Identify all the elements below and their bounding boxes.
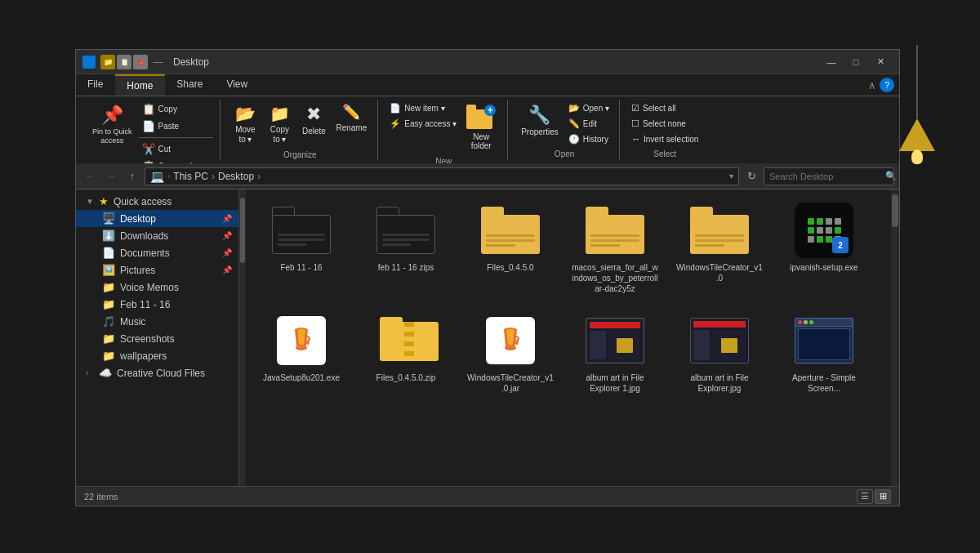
file-item-feb11-16-zips[interactable]: feb 11 - 16 zips [357,196,455,300]
copy-to-button[interactable]: 📁 Copyto ▾ [263,101,296,147]
pin-to-quick-access-button[interactable]: 📌 Pin to Quickaccess [87,101,137,149]
windows-tile-icon [687,202,752,259]
select-all-button[interactable]: ☑ Select all [628,101,702,115]
documents-pin: 📌 [222,248,232,257]
dropdown-arrow[interactable]: ▾ [729,172,733,181]
select-items: ☑ Select all ☐ Select none ↔ Invert sele… [628,101,702,146]
lamp-bulb [911,149,923,164]
jar-icon [478,312,543,369]
pin-icon: 📌 [101,105,123,126]
main-area: ▼ ★ Quick access 🖥️ Desktop 📌 ⬇️ Downloa… [76,190,899,486]
file-item-macos-sierra[interactable]: macos_sierra_for_all_windows_os_by_peter… [566,196,664,300]
sidebar-item-documents[interactable]: 📄 Documents 📌 [76,244,238,261]
sidebar-item-screenshots[interactable]: 📁 Screenshots [76,330,238,347]
desktop-crumb[interactable]: Desktop [218,171,254,182]
refresh-button[interactable]: ↻ [742,167,760,185]
tab-2[interactable]: 📋 [117,55,131,69]
sidebar-item-creative-cloud[interactable]: › ☁️ Creative Cloud Files [76,364,238,381]
cc-label: Creative Cloud Files [117,368,205,379]
ribbon-tabs: File Home Share View ∧ ? [76,74,899,96]
close-button[interactable]: ✕ [868,50,893,74]
downloads-pin: 📌 [222,231,232,240]
normal-folder-icon [481,207,540,254]
this-pc-crumb[interactable]: This PC [173,171,208,182]
sidebar-item-feb[interactable]: 📁 Feb 11 - 16 [76,296,238,313]
file-item-files-zip[interactable]: Files_0.4.5.0.zip [357,306,455,399]
tab-file[interactable]: File [76,74,115,96]
history-button[interactable]: 🕐 History [565,132,612,146]
tab-home[interactable]: Home [115,74,165,96]
up-button[interactable]: ↑ [123,167,141,185]
file-item-windows-tile-jar[interactable]: WindowsTileCreator_v1.0.jar [461,306,559,399]
new-item-button[interactable]: 📄 New item ▾ [386,101,460,115]
delete-button[interactable]: ✖ Delete [297,101,330,139]
sidebar-item-music[interactable]: 🎵 Music [76,313,238,330]
file-item-windows-tile[interactable]: WindowsTileCreator_v1.0 [670,196,768,300]
properties-button[interactable]: 🔧 Properties [516,101,564,140]
rename-button[interactable]: ✏️ Rename [332,101,371,136]
select-small-items: ☑ Select all ☐ Select none ↔ Invert sele… [628,101,702,145]
paste-button[interactable]: 📄 Paste [139,118,214,134]
select-none-button[interactable]: ☐ Select none [628,117,702,131]
ribbon-collapse-button[interactable]: ∧ [868,79,876,91]
copy-button[interactable]: 📋 Copy [139,101,214,117]
large-icons-view-button[interactable]: ⊞ [875,489,891,504]
tab-1[interactable]: 📁 [100,55,115,69]
back-button[interactable]: ← [81,167,99,185]
screenshots-icon: 📁 [102,332,115,345]
move-to-button[interactable]: 📂 Moveto ▾ [229,101,261,147]
java-app-icon [277,316,326,365]
minimize-button[interactable]: — [819,50,844,74]
files-0450-icon [478,202,543,259]
file-item-feb11-16[interactable]: Feb 11 - 16 [252,196,350,300]
lamp-decoration [899,45,935,164]
help-button[interactable]: ? [880,78,894,92]
album-art-2-label: album art in File Explorer.jpg [676,372,763,394]
paste-icon: 📄 [142,120,155,132]
invert-selection-button[interactable]: ↔ Invert selection [628,132,702,145]
normal-folder-2-icon [586,207,644,254]
file-item-album-art-1[interactable]: album art in File Explorer 1.jpg [566,306,664,399]
file-item-ipvanish[interactable]: 2 ipvanish-setup.exe [775,196,873,300]
cut-button[interactable]: ✂️ Cut [139,141,214,157]
new-folder-button[interactable]: + Newfolder [461,101,501,154]
tab-share[interactable]: Share [165,74,215,96]
file-item-files-0450[interactable]: Files_0.4.5.0 [461,196,559,300]
file-area: Feb 11 - 16 [246,190,891,486]
maximize-button[interactable]: □ [844,50,868,74]
quick-access-header[interactable]: ▼ ★ Quick access [76,193,238,210]
file-grid: Feb 11 - 16 [252,196,884,399]
cc-icon: ☁️ [99,367,112,379]
sidebar-item-downloads[interactable]: ⬇️ Downloads 📌 [76,227,238,244]
sidebar-scrollbar[interactable] [239,190,246,486]
forward-button[interactable]: → [102,167,120,185]
file-item-album-art-2[interactable]: album art in File Explorer.jpg [670,306,768,399]
feb-icon: 📁 [102,298,115,310]
organize-group: 📂 Moveto ▾ 📁 Copyto ▾ ✖ Delete ✏️ Rename [222,100,378,160]
open-button[interactable]: 📂 Open ▾ [565,101,612,115]
titlebar-controls: — □ ✕ [819,50,893,74]
easy-access-button[interactable]: ⚡ Easy access ▾ [386,117,460,131]
file-item-java[interactable]: JavaSetup8u201.exe [252,306,350,399]
new-item-icon: 📄 [390,103,401,114]
sidebar-item-voice-memos[interactable]: 📁 Voice Memos [76,279,238,296]
tab-3[interactable]: 🔖 [133,55,148,69]
feb11-16-label: Feb 11 - 16 [280,262,322,273]
details-view-button[interactable]: ☰ [857,489,873,504]
sidebar-item-wallpapers[interactable]: 📁 wallpapers [76,347,238,364]
files-0450-label: Files_0.4.5.0 [487,262,533,273]
edit-icon: ✏️ [568,118,580,129]
search-input[interactable] [769,172,882,181]
sidebar-item-desktop[interactable]: 🖥️ Desktop 📌 [76,210,238,227]
file-item-aperture[interactable]: Aperture - Simple Screen... [775,306,873,399]
pin-icon: — [153,56,163,68]
sidebar: ▼ ★ Quick access 🖥️ Desktop 📌 ⬇️ Downloa… [76,190,239,486]
clipboard-group: 📌 Pin to Quickaccess 📋 Copy 📄 Paste [81,100,220,160]
tab-view[interactable]: View [215,74,260,96]
file-scrollbar[interactable] [891,190,899,486]
sidebar-scrollbar-thumb [240,198,245,263]
sidebar-item-pictures[interactable]: 🖼️ Pictures 📌 [76,261,238,279]
edit-button[interactable]: ✏️ Edit [565,117,612,131]
address-path[interactable]: 💻 › This PC › Desktop › ▾ [145,167,739,185]
open-group: 🔧 Properties 📂 Open ▾ ✏️ Edit [510,100,620,160]
